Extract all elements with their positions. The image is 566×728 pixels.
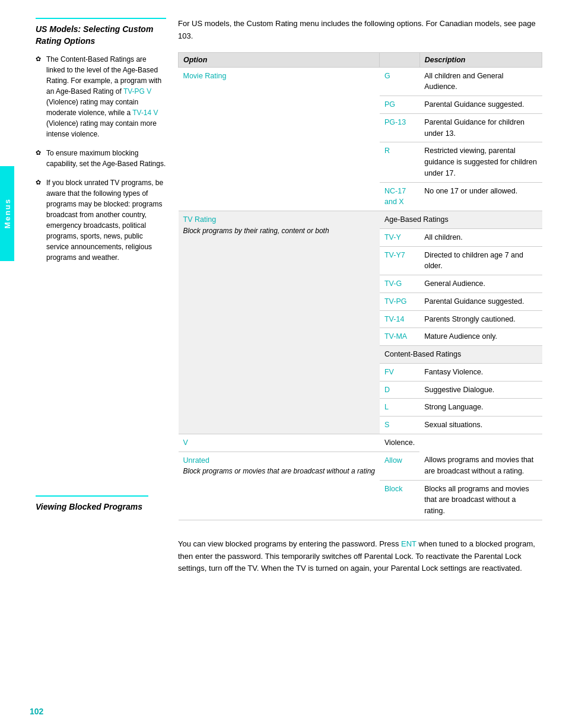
rating-code: TV-G <box>380 275 419 293</box>
list-item: If you block unrated TV programs, be awa… <box>36 177 166 263</box>
intro-paragraph: For US models, the Custom Rating menu in… <box>178 18 542 43</box>
rating-code: R <box>380 142 419 182</box>
rating-desc: Strong Language. <box>419 399 542 417</box>
age-based-header: Age-Based Ratings <box>380 211 542 229</box>
rating-desc: Allows programs and movies that are broa… <box>419 452 542 480</box>
rating-code: TV-14 <box>380 310 419 328</box>
option-tv-rating: TV Rating Block programs by their rating… <box>179 211 380 434</box>
rating-desc: Directed to children age 7 and older. <box>419 246 542 275</box>
rating-desc: Parental Guidance suggested. <box>419 96 542 114</box>
rating-code: PG <box>380 96 419 114</box>
rating-desc: Blocks all programs and movies that are … <box>419 480 542 520</box>
rating-code: TV-PG <box>380 293 419 310</box>
rating-desc: Restricted viewing, parental guidance is… <box>419 142 542 182</box>
ent-keyword: ENT <box>401 539 416 548</box>
list-item: To ensure maximum blocking capability, s… <box>36 148 166 169</box>
table-header-code <box>380 52 419 67</box>
table-row: V Violence. <box>179 434 542 452</box>
rating-desc: Parental Guidance suggested. <box>419 293 542 310</box>
viewing-text: You can view blocked programs by enterin… <box>178 538 542 575</box>
bullet-text: (Violence) rating may contain moderate v… <box>46 98 138 117</box>
sidebar-label: Menus <box>3 198 12 228</box>
rating-desc: General Audience. <box>419 275 542 293</box>
sidebar-tab: Menus <box>0 166 14 261</box>
rating-desc: All children and General Audience. <box>419 67 542 96</box>
bullet-list: The Content-Based Ratings are linked to … <box>36 54 166 263</box>
section1-title: US Models: Selecting Custom Rating Optio… <box>36 18 166 47</box>
rating-desc: Sexual situations. <box>419 417 542 434</box>
rating-code: PG-13 <box>380 113 419 142</box>
rating-desc: Suggestive Dialogue. <box>419 381 542 399</box>
section2-title: Viewing Blocked Programs <box>36 495 148 513</box>
rating-code: L <box>380 399 419 417</box>
table-header-option: Option <box>179 52 380 67</box>
option-unrated: Unrated Block programs or movies that ar… <box>179 452 380 520</box>
rating-code: NC-17and X <box>380 182 419 211</box>
left-column: US Models: Selecting Custom Rating Optio… <box>36 18 166 575</box>
bullet-text: (Violence) rating may contain more inten… <box>46 119 157 138</box>
table-header-description: Description <box>419 52 542 67</box>
rating-desc: Violence. <box>380 434 419 452</box>
cyan-text: TV-14 V <box>132 109 158 117</box>
bullet-text: To ensure maximum blocking capability, s… <box>46 149 166 168</box>
rating-code: S <box>380 417 419 434</box>
rating-code: D <box>380 381 419 399</box>
table-subheader-row: TV Rating Block programs by their rating… <box>179 211 542 229</box>
cyan-text: TV-PG V <box>123 87 151 96</box>
table-row: Movie Rating G All children and General … <box>179 67 542 96</box>
rating-desc: No one 17 or under allowed. <box>419 182 542 211</box>
tv-rating-sublabel: Block programs by their rating, content … <box>183 227 329 235</box>
viewing-section-left: Viewing Blocked Programs <box>18 495 148 520</box>
rating-desc: Fantasy Violence. <box>419 363 542 381</box>
bullet-text: If you block unrated TV programs, be awa… <box>46 179 163 262</box>
list-item: The Content-Based Ratings are linked to … <box>36 54 166 139</box>
rating-code: Block <box>380 480 419 520</box>
rating-desc: Parental Guidance for children under 13. <box>419 113 542 142</box>
content-based-header: Content-Based Ratings <box>380 346 542 364</box>
rating-desc: Mature Audience only. <box>419 328 542 346</box>
option-movie-rating: Movie Rating <box>179 67 380 211</box>
unrated-sublabel: Block programs or movies that are broadc… <box>183 467 375 475</box>
table-row: Unrated Block programs or movies that ar… <box>179 452 542 480</box>
rating-code: FV <box>380 363 419 381</box>
viewing-text-before: You can view blocked programs by enterin… <box>178 539 401 548</box>
viewing-section: You can view blocked programs by enterin… <box>178 538 542 575</box>
rating-code: G <box>380 67 419 96</box>
rating-code: Allow <box>380 452 419 480</box>
rating-code: TV-Y7 <box>380 246 419 275</box>
right-column: For US models, the Custom Rating menu in… <box>178 18 542 575</box>
page-number: 102 <box>30 707 43 716</box>
rating-desc: All children. <box>419 228 542 246</box>
rating-code: V <box>179 434 380 452</box>
rating-code: TV-MA <box>380 328 419 346</box>
rating-desc: Parents Strongly cautioned. <box>419 310 542 328</box>
rating-code: TV-Y <box>380 228 419 246</box>
rating-table: Option Description Movie Rating G All ch… <box>178 52 542 520</box>
